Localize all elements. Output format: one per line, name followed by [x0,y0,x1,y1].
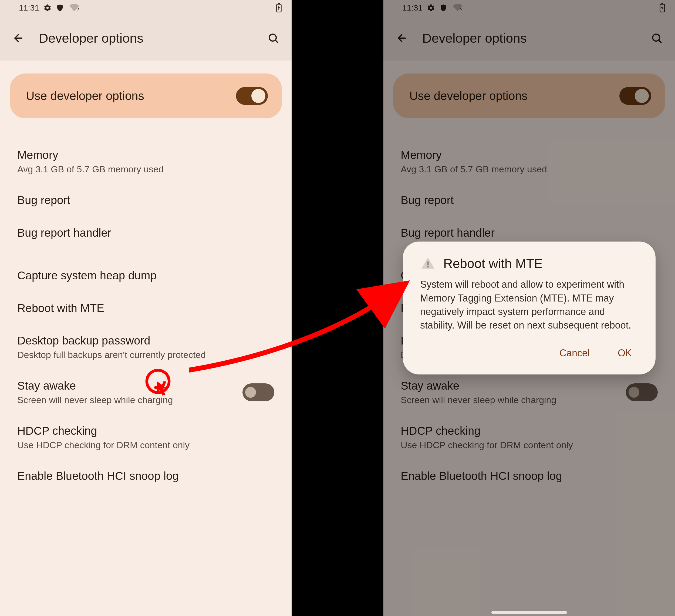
item-memory-subtitle: Avg 3.1 GB of 5.7 GB memory used [17,163,274,175]
dialog-cancel-button[interactable]: Cancel [553,343,596,363]
item-memory-title: Memory [17,148,274,162]
phone-left: 11:31 ? Developer o [0,0,292,616]
status-bar: 11:31 ? [0,0,292,16]
app-bar: Developer options [0,16,292,61]
item-hdcp-subtitle: Use HDCP checking for DRM content only [17,439,274,451]
item-bt-hci[interactable]: Enable Bluetooth HCI snoop log [17,460,274,492]
item-hdcp-title: HDCP checking [17,424,274,438]
svg-rect-8 [428,262,429,266]
page-title: Developer options [39,31,253,46]
status-time: 11:31 [19,3,39,12]
item-stay-awake[interactable]: Stay awake Screen will never sleep while… [17,369,274,415]
item-hdcp[interactable]: HDCP checking Use HDCP checking for DRM … [17,415,274,460]
item-reboot-mte[interactable]: Reboot with MTE [17,292,274,325]
item-bug-report-title: Bug report [17,193,274,207]
item-stay-awake-title: Stay awake [17,379,242,393]
home-indicator[interactable] [492,611,567,614]
dialog-overlay[interactable]: Reboot with MTE System will reboot and a… [383,0,675,616]
back-button[interactable] [10,29,27,47]
battery-icon [276,3,282,12]
warning-icon [420,256,436,271]
phone-right: 11:31 ? Developer option [383,0,675,616]
item-bug-report[interactable]: Bug report [17,184,274,217]
item-stay-awake-subtitle: Screen will never sleep while charging [17,394,242,406]
item-memory[interactable]: Memory Avg 3.1 GB of 5.7 GB memory used [17,139,274,184]
svg-rect-9 [428,266,429,268]
gear-icon [44,4,52,12]
item-desktop-backup-subtitle: Desktop full backups aren't currently pr… [17,349,274,361]
item-capture-heap-title: Capture system heap dump [17,269,274,283]
content-area: Use developer options Memory Avg 3.1 GB … [0,61,292,492]
dialog-title: Reboot with MTE [443,256,543,271]
wifi-question-icon: ? [68,4,80,12]
item-bt-hci-title: Enable Bluetooth HCI snoop log [17,469,274,483]
dialog-ok-button[interactable]: OK [611,343,638,363]
item-bug-report-handler[interactable]: Bug report handler [17,217,274,249]
svg-text:?: ? [76,7,79,12]
item-bug-report-handler-title: Bug report handler [17,226,274,240]
master-toggle[interactable]: Use developer options [10,73,282,118]
item-desktop-backup[interactable]: Desktop backup password Desktop full bac… [17,325,274,369]
search-button[interactable] [265,29,282,47]
reboot-mte-dialog: Reboot with MTE System will reboot and a… [403,242,656,374]
item-desktop-backup-title: Desktop backup password [17,334,274,348]
settings-list: Memory Avg 3.1 GB of 5.7 GB memory used … [10,118,282,492]
gap [292,0,383,616]
shield-icon [56,4,64,12]
item-capture-heap[interactable]: Capture system heap dump [17,259,274,292]
stay-awake-switch[interactable] [242,384,274,401]
dialog-body: System will reboot and allow to experime… [420,278,638,332]
toggle-switch[interactable] [236,87,268,105]
master-toggle-label: Use developer options [26,89,144,102]
svg-rect-2 [278,3,280,4]
item-reboot-mte-title: Reboot with MTE [17,301,274,316]
